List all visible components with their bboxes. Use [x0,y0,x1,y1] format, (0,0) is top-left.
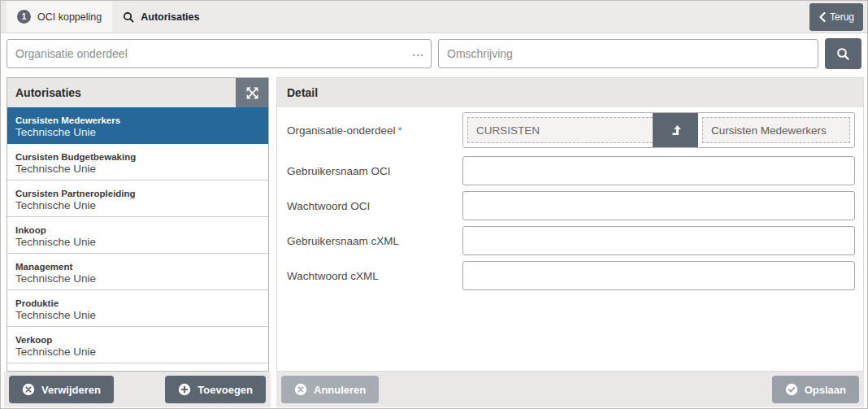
annuleren-label: Annuleren [314,384,366,396]
top-tab-bar: 1 OCI koppeling Autorisaties Terug [1,1,867,33]
detail-field-label: Wachtwoord cXML [282,270,462,282]
detail-field-row: Wachtwoord OCI [282,191,855,220]
list-item-title: Cursisten Partneropleiding [15,189,262,199]
opslaan-button[interactable]: Opslaan [772,376,859,403]
detail-panel-header: Detail [277,78,863,107]
autorisaties-panel-header: Autorisaties [7,78,268,107]
list-item-title: Verkoop [15,335,262,346]
detail-field-input[interactable] [462,156,855,185]
org-name-field: Cursisten Medewerkers [702,117,850,143]
list-item-title: Produktie [15,298,262,309]
detail-field-input[interactable] [462,226,855,255]
detail-panel-title: Detail [277,86,863,99]
list-item[interactable]: Cursisten BudgetbewakingTechnische Unie [7,144,268,181]
circle-x-icon [294,383,307,396]
tab-autorisaties-label: Autorisaties [141,11,199,23]
step-1-badge-icon: 1 [17,10,31,24]
organisatie-onderdeel-input[interactable] [7,39,432,68]
tab-autorisaties[interactable]: Autorisaties [112,1,210,33]
annuleren-button[interactable]: Annuleren [281,376,379,403]
list-item-subtitle: Technische Unie [15,200,262,212]
detail-field-input[interactable] [462,261,855,290]
list-item[interactable]: ProduktieTechnische Unie [7,290,268,327]
circle-x-icon [22,383,35,396]
level-up-arrow-icon [669,124,682,137]
list-item[interactable]: ManagementTechnische Unie [7,254,268,290]
list-item-subtitle: Technische Unie [15,237,262,249]
list-item-subtitle: Technische Unie [15,163,262,176]
detail-field-row: Gebruikersnaam cXML [282,226,855,255]
list-item-title: Management [15,262,262,272]
filter-bar: ... [1,33,867,74]
org-onderdeel-label: Organisatie-onderdeel* [282,124,462,137]
list-item-subtitle: Technische Unie [15,310,262,322]
lookup-ellipsis-button[interactable]: ... [412,46,424,58]
chevron-left-icon [818,12,826,22]
detail-field-row: Wachtwoord cXML [282,261,855,290]
verwijderen-label: Verwijderen [41,384,101,396]
list-item-subtitle: Technische Unie [15,346,262,359]
detail-field-input[interactable] [462,191,855,220]
circle-check-icon [785,383,798,396]
toevoegen-button[interactable]: Toevoegen [165,376,266,403]
search-button[interactable] [825,38,861,69]
circle-plus-icon [178,383,191,396]
list-item-subtitle: Technische Unie [15,127,262,139]
org-filter-wrap: ... [7,39,432,68]
required-asterisk: * [398,124,402,137]
expand-arrows-icon [246,87,258,99]
expand-panel-button[interactable] [236,78,268,107]
list-item-title: Cursisten Budgetbewaking [15,152,262,163]
list-item-subtitle: Technische Unie [15,273,262,285]
detail-field-row: Gebruikersnaam OCI [282,156,855,185]
detail-form: Organisatie-onderdeel* CURSISTEN Cursist… [277,107,863,290]
autorisaties-panel-title: Autorisaties [7,86,236,99]
list-item[interactable]: VerkoopTechnische Unie [7,327,268,363]
right-footer: Annuleren Opslaan [276,372,864,407]
back-button-label: Terug [830,11,854,23]
list-item[interactable]: Cursisten PartneropleidingTechnische Uni… [7,181,268,217]
detail-panel: Detail Organisatie-onderdeel* CURSISTEN [276,77,864,372]
detail-field-label: Gebruikersnaam OCI [282,165,462,177]
tab-oci-koppeling-label: OCI koppeling [37,11,102,23]
list-item-title: Inkoop [15,225,262,236]
autorisaties-list: Cursisten MedewerkersTechnische UnieCurs… [7,107,268,371]
org-code-field: CURSISTEN [467,117,653,143]
app-window: 1 OCI koppeling Autorisaties Terug ... [0,0,868,409]
opslaan-label: Opslaan [805,384,846,396]
list-item[interactable]: InkoopTechnische Unie [7,217,268,254]
autorisaties-panel: Autorisaties Cursisten MedewerkersTechni [7,77,269,372]
search-icon [123,11,134,23]
detail-simple-fields: Gebruikersnaam OCIWachtwoord OCIGebruike… [282,156,855,290]
detail-field-label: Gebruikersnaam cXML [282,235,462,247]
left-footer: Verwijderen Toevoegen [4,372,271,407]
verwijderen-button[interactable]: Verwijderen [9,376,114,403]
toevoegen-label: Toevoegen [197,384,253,396]
omschrijving-input[interactable] [438,39,818,68]
tab-oci-koppeling[interactable]: 1 OCI koppeling [7,1,112,33]
back-button[interactable]: Terug [809,3,863,31]
list-item-title: Cursisten Medewerkers [15,115,262,126]
org-onderdeel-composite-field: CURSISTEN Cursisten Medewerkers [462,112,855,148]
search-icon [836,47,850,61]
list-item[interactable]: Cursisten MedewerkersTechnische Unie [7,107,268,144]
detail-field-label: Wachtwoord OCI [282,200,462,212]
org-onderdeel-row: Organisatie-onderdeel* CURSISTEN Cursist… [282,112,855,148]
org-lookup-button[interactable] [653,113,698,147]
